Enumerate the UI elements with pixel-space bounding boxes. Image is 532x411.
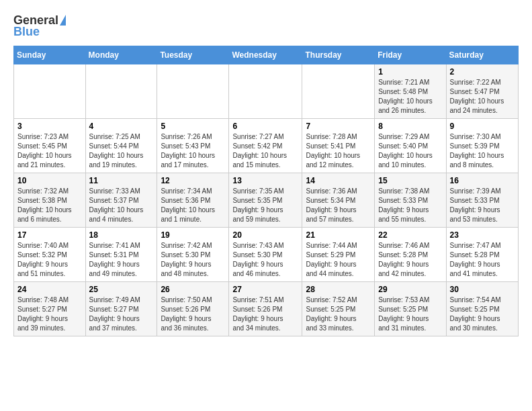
calendar-cell: 24Sunrise: 7:48 AM Sunset: 5:27 PM Dayli… <box>14 282 86 336</box>
day-info: Sunrise: 7:35 AM Sunset: 5:35 PM Dayligh… <box>232 187 298 224</box>
day-info: Sunrise: 7:28 AM Sunset: 5:41 PM Dayligh… <box>306 132 371 170</box>
day-info: Sunrise: 7:42 AM Sunset: 5:30 PM Dayligh… <box>161 241 225 279</box>
logo-triangle-icon <box>60 15 66 26</box>
day-info: Sunrise: 7:40 AM Sunset: 5:32 PM Dayligh… <box>17 241 82 279</box>
calendar-cell: 14Sunrise: 7:36 AM Sunset: 5:34 PM Dayli… <box>302 173 375 228</box>
calendar-cell: 2Sunrise: 7:22 AM Sunset: 5:47 PM Daylig… <box>446 64 518 119</box>
week-row-5: 24Sunrise: 7:48 AM Sunset: 5:27 PM Dayli… <box>14 282 519 336</box>
calendar-cell: 12Sunrise: 7:34 AM Sunset: 5:36 PM Dayli… <box>157 173 229 228</box>
calendar-cell: 22Sunrise: 7:46 AM Sunset: 5:28 PM Dayli… <box>375 228 446 282</box>
day-number: 24 <box>17 285 82 294</box>
day-number: 28 <box>306 285 371 294</box>
day-number: 5 <box>161 122 225 131</box>
day-info: Sunrise: 7:52 AM Sunset: 5:25 PM Dayligh… <box>306 295 371 333</box>
day-info: Sunrise: 7:41 AM Sunset: 5:31 PM Dayligh… <box>89 241 154 279</box>
calendar-cell: 1Sunrise: 7:21 AM Sunset: 5:48 PM Daylig… <box>375 64 446 119</box>
calendar-cell: 8Sunrise: 7:29 AM Sunset: 5:40 PM Daylig… <box>375 119 446 173</box>
day-info: Sunrise: 7:30 AM Sunset: 5:39 PM Dayligh… <box>450 132 515 170</box>
day-number: 12 <box>161 176 225 185</box>
calendar-cell <box>157 64 229 119</box>
day-number: 22 <box>378 230 442 240</box>
calendar-cell: 16Sunrise: 7:39 AM Sunset: 5:33 PM Dayli… <box>446 173 518 228</box>
day-number: 29 <box>378 285 442 294</box>
calendar-cell: 17Sunrise: 7:40 AM Sunset: 5:32 PM Dayli… <box>14 228 86 282</box>
day-number: 15 <box>378 176 442 185</box>
day-number: 26 <box>161 285 225 294</box>
day-number: 2 <box>450 67 515 77</box>
day-number: 23 <box>450 230 515 240</box>
weekday-header-saturday: Saturday <box>446 46 518 64</box>
day-info: Sunrise: 7:38 AM Sunset: 5:33 PM Dayligh… <box>378 187 442 224</box>
weekday-header-friday: Friday <box>375 46 446 64</box>
calendar-cell: 19Sunrise: 7:42 AM Sunset: 5:30 PM Dayli… <box>157 228 229 282</box>
day-number: 11 <box>89 176 154 185</box>
day-number: 3 <box>17 122 82 131</box>
calendar-cell: 5Sunrise: 7:26 AM Sunset: 5:43 PM Daylig… <box>157 119 229 173</box>
calendar-cell: 10Sunrise: 7:32 AM Sunset: 5:38 PM Dayli… <box>14 173 86 228</box>
logo: General Blue <box>13 13 66 39</box>
calendar-cell: 23Sunrise: 7:47 AM Sunset: 5:28 PM Dayli… <box>446 228 518 282</box>
calendar-cell: 28Sunrise: 7:52 AM Sunset: 5:25 PM Dayli… <box>302 282 375 336</box>
calendar-cell <box>14 64 86 119</box>
calendar-cell: 13Sunrise: 7:35 AM Sunset: 5:35 PM Dayli… <box>229 173 302 228</box>
day-number: 16 <box>450 176 515 185</box>
day-info: Sunrise: 7:34 AM Sunset: 5:36 PM Dayligh… <box>161 187 225 224</box>
day-info: Sunrise: 7:44 AM Sunset: 5:29 PM Dayligh… <box>306 241 371 279</box>
weekday-header-row: SundayMondayTuesdayWednesdayThursdayFrid… <box>14 46 519 64</box>
day-number: 19 <box>161 230 225 240</box>
day-number: 10 <box>17 176 82 185</box>
calendar-cell: 7Sunrise: 7:28 AM Sunset: 5:41 PM Daylig… <box>302 119 375 173</box>
calendar-cell: 18Sunrise: 7:41 AM Sunset: 5:31 PM Dayli… <box>85 228 157 282</box>
day-number: 14 <box>306 176 371 185</box>
calendar-cell: 26Sunrise: 7:50 AM Sunset: 5:26 PM Dayli… <box>157 282 229 336</box>
calendar-cell: 20Sunrise: 7:43 AM Sunset: 5:30 PM Dayli… <box>229 228 302 282</box>
page-header: General Blue <box>13 13 519 39</box>
weekday-header-wednesday: Wednesday <box>229 46 302 64</box>
calendar-cell <box>85 64 157 119</box>
calendar-cell: 15Sunrise: 7:38 AM Sunset: 5:33 PM Dayli… <box>375 173 446 228</box>
weekday-header-tuesday: Tuesday <box>157 46 229 64</box>
day-number: 6 <box>232 122 298 131</box>
day-number: 9 <box>450 122 515 131</box>
day-info: Sunrise: 7:49 AM Sunset: 5:27 PM Dayligh… <box>89 295 154 333</box>
day-info: Sunrise: 7:50 AM Sunset: 5:26 PM Dayligh… <box>161 295 225 333</box>
calendar-cell: 27Sunrise: 7:51 AM Sunset: 5:26 PM Dayli… <box>229 282 302 336</box>
calendar-table: SundayMondayTuesdayWednesdayThursdayFrid… <box>13 46 519 336</box>
calendar-cell <box>229 64 302 119</box>
day-info: Sunrise: 7:47 AM Sunset: 5:28 PM Dayligh… <box>450 241 515 279</box>
day-number: 18 <box>89 230 154 240</box>
calendar-cell: 25Sunrise: 7:49 AM Sunset: 5:27 PM Dayli… <box>85 282 157 336</box>
day-info: Sunrise: 7:25 AM Sunset: 5:44 PM Dayligh… <box>89 132 154 170</box>
day-info: Sunrise: 7:46 AM Sunset: 5:28 PM Dayligh… <box>378 241 442 279</box>
day-info: Sunrise: 7:39 AM Sunset: 5:33 PM Dayligh… <box>450 187 515 224</box>
week-row-2: 3Sunrise: 7:23 AM Sunset: 5:45 PM Daylig… <box>14 119 519 173</box>
day-info: Sunrise: 7:48 AM Sunset: 5:27 PM Dayligh… <box>17 295 82 333</box>
week-row-4: 17Sunrise: 7:40 AM Sunset: 5:32 PM Dayli… <box>14 228 519 282</box>
weekday-header-monday: Monday <box>85 46 157 64</box>
calendar-cell: 6Sunrise: 7:27 AM Sunset: 5:42 PM Daylig… <box>229 119 302 173</box>
day-info: Sunrise: 7:32 AM Sunset: 5:38 PM Dayligh… <box>17 187 82 224</box>
day-info: Sunrise: 7:54 AM Sunset: 5:25 PM Dayligh… <box>450 295 515 333</box>
day-number: 21 <box>306 230 371 240</box>
day-number: 7 <box>306 122 371 131</box>
calendar-cell: 4Sunrise: 7:25 AM Sunset: 5:44 PM Daylig… <box>85 119 157 173</box>
calendar-cell: 29Sunrise: 7:53 AM Sunset: 5:25 PM Dayli… <box>375 282 446 336</box>
day-info: Sunrise: 7:21 AM Sunset: 5:48 PM Dayligh… <box>378 78 442 116</box>
week-row-3: 10Sunrise: 7:32 AM Sunset: 5:38 PM Dayli… <box>14 173 519 228</box>
day-number: 17 <box>17 230 82 240</box>
day-number: 8 <box>378 122 442 131</box>
week-row-1: 1Sunrise: 7:21 AM Sunset: 5:48 PM Daylig… <box>14 64 519 119</box>
weekday-header-sunday: Sunday <box>14 46 86 64</box>
calendar-cell: 9Sunrise: 7:30 AM Sunset: 5:39 PM Daylig… <box>446 119 518 173</box>
weekday-header-thursday: Thursday <box>302 46 375 64</box>
day-info: Sunrise: 7:43 AM Sunset: 5:30 PM Dayligh… <box>232 241 298 279</box>
day-number: 27 <box>232 285 298 294</box>
day-number: 4 <box>89 122 154 131</box>
day-number: 20 <box>232 230 298 240</box>
calendar-cell: 3Sunrise: 7:23 AM Sunset: 5:45 PM Daylig… <box>14 119 86 173</box>
day-number: 13 <box>232 176 298 185</box>
day-number: 30 <box>450 285 515 294</box>
day-info: Sunrise: 7:36 AM Sunset: 5:34 PM Dayligh… <box>306 187 371 224</box>
calendar-cell: 21Sunrise: 7:44 AM Sunset: 5:29 PM Dayli… <box>302 228 375 282</box>
day-info: Sunrise: 7:53 AM Sunset: 5:25 PM Dayligh… <box>378 295 442 333</box>
